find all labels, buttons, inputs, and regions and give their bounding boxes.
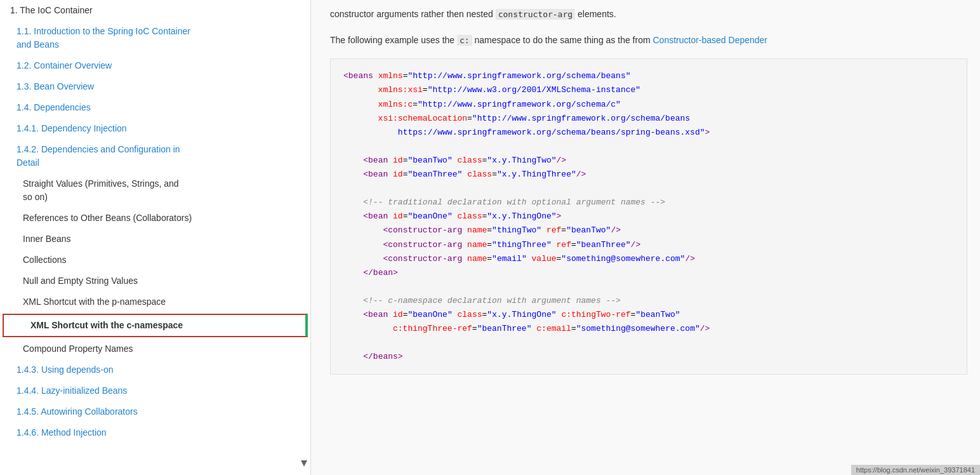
- code-line-12: </bean>: [343, 266, 954, 280]
- constructor-arg-code: constructor-arg: [496, 9, 575, 20]
- code-line-5: https://www.springframework.org/schema/b…: [343, 126, 954, 140]
- sidebar-item-autowiring[interactable]: 1.4.5. Autowiring Collaborators: [0, 401, 310, 422]
- code-line-comment1: <!-- traditional declaration with option…: [343, 196, 954, 210]
- code-line-blank4: [343, 336, 954, 350]
- sidebar-item-method-injection[interactable]: 1.4.6. Method Injection: [0, 422, 310, 443]
- code-line-4: xsi:schemaLocation="http://www.springfra…: [343, 112, 954, 126]
- code-line-11: <constructor-arg name="email" value="som…: [343, 252, 954, 266]
- intro-paragraph-1: constructor arguments rather then nested…: [330, 6, 967, 22]
- sidebar-item-dependencies[interactable]: 1.4. Dependencies: [0, 97, 310, 118]
- code-line-13: <bean id="beanOne" class="x.y.ThingOne" …: [343, 308, 954, 322]
- sidebar-item-lazy-init[interactable]: 1.4.4. Lazy-initialized Beans: [0, 380, 310, 401]
- code-line-blank1: [343, 140, 954, 154]
- sidebar-item-null-empty[interactable]: Null and Empty String Values: [0, 271, 310, 291]
- constructor-based-link[interactable]: Constructor-based Depender: [652, 35, 767, 45]
- sidebar-item-container-overview[interactable]: 1.2. Container Overview: [0, 55, 310, 76]
- code-line-blank3: [343, 280, 954, 294]
- sidebar-item-collections[interactable]: Collections: [0, 250, 310, 271]
- sidebar-item-compound-names[interactable]: Compound Property Names: [0, 338, 310, 359]
- sidebar-item-xml-p-namespace[interactable]: XML Shortcut with the p-namespace: [0, 291, 310, 312]
- sidebar-item-intro-spring[interactable]: 1.1. Introduction to the Spring IoC Cont…: [0, 21, 310, 55]
- code-line-8: <bean id="beanOne" class="x.y.ThingOne">: [343, 210, 954, 224]
- sidebar-item-ioc-container[interactable]: 1. The IoC Container: [0, 0, 310, 21]
- code-line-7: <bean id="beanThree" class="x.y.ThingThr…: [343, 168, 954, 182]
- sidebar-item-straight-values[interactable]: Straight Values (Primitives, Strings, an…: [0, 173, 310, 208]
- xml-code-block: <beans xmlns="http://www.springframework…: [330, 58, 967, 375]
- code-line-3: xmlns:c="http://www.springframework.org/…: [343, 98, 954, 112]
- sidebar-item-depends-on[interactable]: 1.4.3. Using depends-on: [0, 359, 310, 380]
- intro-paragraph-2: The following example uses the c: namesp…: [330, 32, 967, 48]
- code-line-6: <bean id="beanTwo" class="x.y.ThingTwo"/…: [343, 154, 954, 168]
- c-namespace-code: c:: [457, 35, 472, 46]
- sidebar-item-bean-overview[interactable]: 1.3. Bean Overview: [0, 76, 310, 97]
- main-content: constructor arguments rather then nested…: [311, 0, 980, 475]
- sidebar-item-inner-beans[interactable]: Inner Beans: [0, 229, 310, 250]
- code-line-2: xmlns:xsi="http://www.w3.org/2001/XMLSch…: [343, 83, 954, 97]
- code-line-14: c:thingThree-ref="beanThree" c:email="so…: [343, 322, 954, 336]
- sidebar-item-dep-injection[interactable]: 1.4.1. Dependency Injection: [0, 118, 310, 139]
- sidebar-item-ref-other-beans[interactable]: References to Other Beans (Collaborators…: [0, 208, 310, 229]
- code-line-1: <beans xmlns="http://www.springframework…: [343, 69, 954, 83]
- code-line-15: </beans>: [343, 350, 954, 364]
- url-bar: https://blog.csdn.net/weixin_39371841: [851, 465, 980, 475]
- sidebar-item-dep-config[interactable]: 1.4.2. Dependencies and Configuration in…: [0, 139, 310, 173]
- code-line-10: <constructor-arg name="thingThree" ref="…: [343, 238, 954, 252]
- sidebar-item-xml-c-namespace[interactable]: XML Shortcut with the c-namespace: [3, 314, 308, 337]
- code-line-blank2: [343, 182, 954, 196]
- code-line-9: <constructor-arg name="thingTwo" ref="be…: [343, 224, 954, 238]
- sidebar: 1. The IoC Container 1.1. Introduction t…: [0, 0, 311, 475]
- code-line-comment2: <!-- c-namespace declaration with argume…: [343, 294, 954, 308]
